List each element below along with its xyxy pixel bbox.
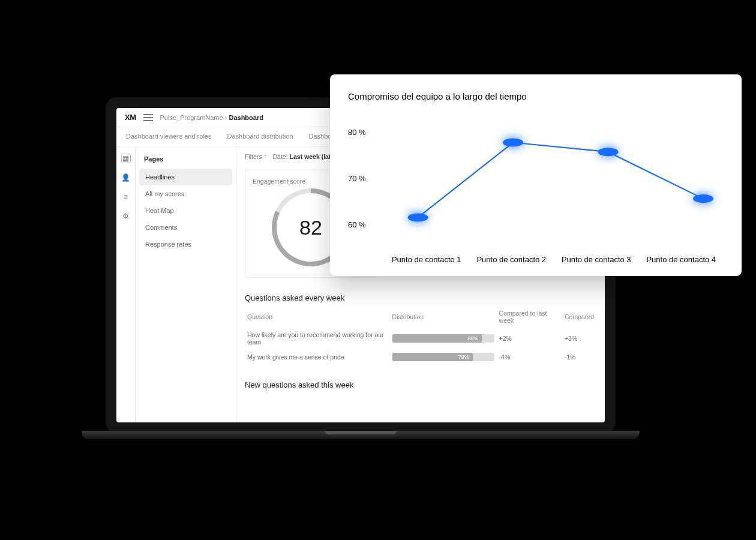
ytick-60: 60 % — [348, 220, 366, 229]
table-row: My work gives me a sense of pride 79% -4… — [245, 349, 596, 365]
chart-plot — [384, 110, 724, 250]
questions-table: Question Distribution Compared to last w… — [245, 306, 596, 365]
breadcrumb-current: Dashboard — [229, 114, 263, 121]
cmp-last-week: +2% — [497, 328, 562, 349]
page-headlines[interactable]: Headlines — [139, 169, 232, 185]
gear-icon[interactable]: ⚙ — [122, 212, 130, 220]
hamburger-icon[interactable] — [143, 114, 153, 121]
filters-label: Filters — [245, 153, 262, 160]
page-response-rates[interactable]: Response rates — [139, 236, 232, 253]
distribution-fill: 88% — [392, 334, 482, 343]
page-comments[interactable]: Comments — [139, 219, 232, 236]
laptop-base — [82, 431, 640, 439]
questions-section: Questions asked every week Question Dist… — [245, 287, 596, 365]
pages-heading: Pages — [139, 153, 232, 169]
adjust-icon[interactable]: ≡ — [122, 193, 130, 201]
data-point — [503, 139, 523, 147]
chart-title: Compromiso del equipo a lo largo del tie… — [348, 91, 724, 101]
data-point — [598, 148, 619, 156]
distribution-fill: 79% — [392, 353, 473, 361]
page-all-scores[interactable]: All my scores — [139, 185, 232, 202]
line-dots — [384, 110, 724, 250]
layout-icon[interactable]: ▦ — [122, 154, 130, 163]
data-point — [408, 213, 428, 221]
engagement-score-value: 82 — [299, 216, 322, 239]
questions-title: Questions asked every week — [245, 293, 596, 302]
breadcrumb-separator: › — [225, 114, 227, 121]
page-heat-map[interactable]: Heat Map — [139, 202, 232, 219]
cmp-other: -1% — [562, 349, 596, 365]
table-row: How likely are you to recommend working … — [245, 328, 596, 349]
xtick-4: Punto de contacto 4 — [639, 255, 724, 264]
cmp-last-week: -4% — [497, 349, 562, 365]
new-questions-title: New questions asked this week — [245, 380, 596, 389]
engagement-trend-card: Compromiso del equipo a lo largo del tie… — [330, 74, 742, 276]
tab-distribution[interactable]: Dashboard distribution — [227, 133, 293, 146]
xtick-2: Punto de contacto 2 — [469, 255, 554, 264]
ytick-70: 70 % — [348, 174, 366, 183]
date-label: Date: — [273, 153, 288, 160]
breadcrumb-parent[interactable]: Pulse_ProgramName — [160, 114, 223, 121]
ytick-80: 80 % — [348, 128, 366, 137]
cmp-other: +3% — [562, 328, 596, 349]
chevron-down-icon: ˅ — [264, 154, 267, 160]
tab-viewers-roles[interactable]: Dashboard viewers and roles — [126, 133, 211, 146]
col-compared-week: Compared to last week — [497, 306, 562, 328]
filters-dropdown[interactable]: Filters ˅ — [245, 153, 267, 160]
chart-area: 80 % 70 % 60 % — [348, 106, 724, 250]
pages-panel: Pages Headlines All my scores Heat Map C… — [136, 147, 236, 422]
col-distribution: Distribution — [390, 306, 497, 328]
question-text: My work gives me a sense of pride — [245, 349, 390, 365]
icon-rail: ▦ 👤 ≡ ⚙ — [116, 147, 136, 422]
question-text: How likely are you to recommend working … — [245, 328, 390, 349]
xm-logo: XM — [125, 113, 136, 122]
xtick-3: Punto de contacto 3 — [554, 255, 639, 264]
distribution-bar: 88% — [392, 334, 494, 343]
search-icon[interactable]: 👤 — [122, 173, 130, 182]
distribution-bar: 79% — [392, 353, 494, 361]
col-question: Question — [245, 306, 390, 328]
data-point — [693, 194, 713, 203]
x-axis-labels: Punto de contacto 1 Punto de contacto 2 … — [348, 255, 724, 264]
xtick-1: Punto de contacto 1 — [384, 255, 469, 264]
col-compared-other: Compared — [562, 306, 596, 328]
breadcrumb[interactable]: Pulse_ProgramName › Dashboard — [160, 114, 263, 121]
